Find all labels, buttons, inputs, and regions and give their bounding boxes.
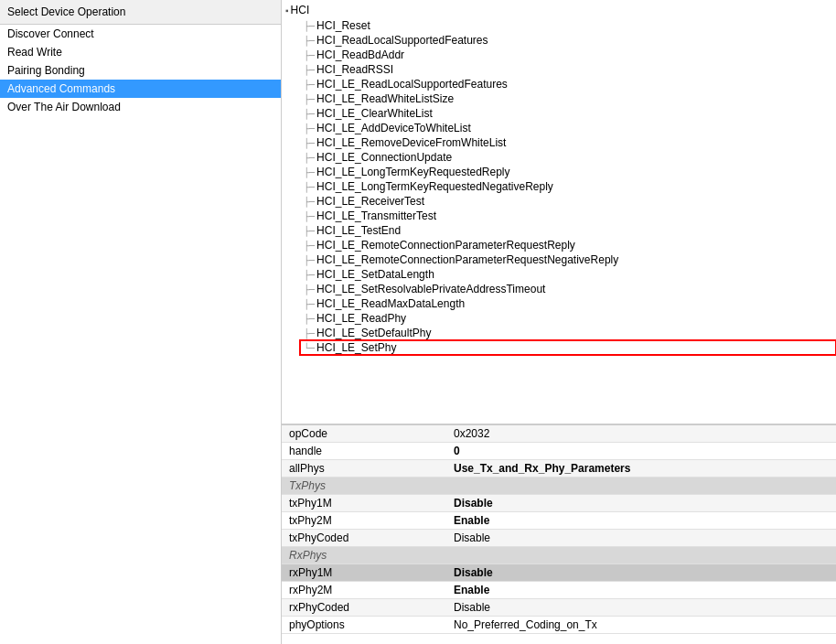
- property-row: rxPhy1MDisable: [282, 564, 836, 582]
- prop-name: txPhyCoded: [282, 530, 446, 547]
- tree-item[interactable]: HCI_LE_ReadMaxDataLength: [300, 296, 836, 311]
- prop-value: Disable: [446, 564, 836, 582]
- prop-name: handle: [282, 443, 446, 460]
- prop-name: txPhy2M: [282, 512, 446, 530]
- property-row: RxPhys: [282, 547, 836, 564]
- tree-children: HCI_ResetHCI_ReadLocalSupportedFeaturesH…: [300, 18, 836, 355]
- tree-item[interactable]: HCI_LE_ReadLocalSupportedFeatures: [300, 77, 836, 91]
- left-panel-title: Select Device Operation: [0, 0, 281, 25]
- device-list-item-pairing-bonding[interactable]: Pairing Bonding: [0, 61, 281, 80]
- tree-item[interactable]: HCI_LE_LongTermKeyRequestedReply: [300, 165, 836, 179]
- property-row: allPhysUse_Tx_and_Rx_Phy_Parameters: [282, 460, 836, 478]
- tree-item[interactable]: HCI_LE_LongTermKeyRequestedNegativeReply: [300, 179, 836, 194]
- tree-item[interactable]: HCI_Reset: [300, 18, 836, 33]
- right-panel: ▪ HCI HCI_ResetHCI_ReadLocalSupportedFea…: [282, 0, 836, 644]
- property-row: TxPhys: [282, 478, 836, 495]
- property-row: txPhy1MDisable: [282, 495, 836, 512]
- properties-section: opCode0x2032handle0allPhysUse_Tx_and_Rx_…: [282, 424, 836, 644]
- device-list-item-advanced-commands[interactable]: Advanced Commands: [0, 80, 281, 98]
- prop-name: phyOptions: [282, 617, 446, 634]
- prop-name: rxPhy1M: [282, 564, 446, 582]
- prop-name: allPhys: [282, 460, 446, 478]
- prop-value: Disable: [446, 530, 836, 547]
- prop-value: Enable: [446, 512, 836, 530]
- tree-item[interactable]: HCI_LE_RemoteConnectionParameterRequestR…: [300, 238, 836, 252]
- prop-value: No_Preferred_Coding_on_Tx: [446, 617, 836, 634]
- tree-expander: ▪: [285, 5, 289, 16]
- prop-value: Disable: [446, 495, 836, 512]
- tree-item[interactable]: HCI_ReadRSSI: [300, 62, 836, 77]
- tree-item[interactable]: HCI_LE_SetDataLength: [300, 267, 836, 282]
- tree-item[interactable]: HCI_LE_RemoteConnectionParameterRequestN…: [300, 252, 836, 267]
- prop-group-name: TxPhys: [282, 478, 836, 495]
- left-panel: Select Device Operation Discover Connect…: [0, 0, 282, 644]
- property-row: handle0: [282, 443, 836, 460]
- property-row: phyOptionsNo_Preferred_Coding_on_Tx: [282, 617, 836, 634]
- property-row: rxPhyCodedDisable: [282, 599, 836, 617]
- prop-group-name: RxPhys: [282, 547, 836, 564]
- properties-table: opCode0x2032handle0allPhysUse_Tx_and_Rx_…: [282, 425, 836, 634]
- tree-item[interactable]: HCI_ReadLocalSupportedFeatures: [300, 33, 836, 48]
- device-list-item-over-the-air-download[interactable]: Over The Air Download: [0, 98, 281, 116]
- tree-item[interactable]: HCI_LE_ReadWhiteListSize: [300, 91, 836, 106]
- tree-item[interactable]: HCI_LE_RemoveDeviceFromWhiteList: [300, 135, 836, 150]
- property-row: txPhy2MEnable: [282, 512, 836, 530]
- prop-name: txPhy1M: [282, 495, 446, 512]
- prop-value: 0: [446, 443, 836, 460]
- device-operation-list: Discover ConnectRead WritePairing Bondin…: [0, 25, 281, 644]
- prop-value: Use_Tx_and_Rx_Phy_Parameters: [446, 460, 836, 478]
- tree-item[interactable]: HCI_LE_ClearWhiteList: [300, 106, 836, 121]
- device-list-item-discover-connect[interactable]: Discover Connect: [0, 25, 281, 43]
- tree-item[interactable]: HCI_LE_ReceiverTest: [300, 194, 836, 209]
- property-row: txPhyCodedDisable: [282, 530, 836, 547]
- tree-item[interactable]: HCI_LE_TransmitterTest: [300, 209, 836, 223]
- prop-name: rxPhy2M: [282, 582, 446, 599]
- tree-item[interactable]: HCI_LE_AddDeviceToWhiteList: [300, 121, 836, 135]
- tree-item[interactable]: HCI_LE_SetPhy: [300, 340, 836, 355]
- device-list-item-read-write[interactable]: Read Write: [0, 43, 281, 61]
- prop-value: Enable: [446, 582, 836, 599]
- tree-item[interactable]: HCI_LE_SetDefaultPhy: [300, 326, 836, 340]
- property-row: opCode0x2032: [282, 425, 836, 443]
- tree-item[interactable]: HCI_ReadBdAddr: [300, 48, 836, 62]
- property-row: rxPhy2MEnable: [282, 582, 836, 599]
- tree-container: ▪ HCI HCI_ResetHCI_ReadLocalSupportedFea…: [282, 0, 836, 357]
- prop-name: rxPhyCoded: [282, 599, 446, 617]
- tree-item[interactable]: HCI_LE_ConnectionUpdate: [300, 150, 836, 165]
- main-container: Select Device Operation Discover Connect…: [0, 0, 836, 644]
- tree-item[interactable]: HCI_LE_SetResolvablePrivateAddressTimeou…: [300, 282, 836, 296]
- tree-root-label: HCI: [291, 4, 310, 16]
- tree-item[interactable]: HCI_LE_TestEnd: [300, 223, 836, 238]
- prop-value: Disable: [446, 599, 836, 617]
- tree-root: ▪ HCI: [282, 2, 836, 18]
- prop-value: 0x2032: [446, 425, 836, 443]
- tree-item[interactable]: HCI_LE_ReadPhy: [300, 311, 836, 326]
- tree-section[interactable]: ▪ HCI HCI_ResetHCI_ReadLocalSupportedFea…: [282, 0, 836, 424]
- prop-name: opCode: [282, 425, 446, 443]
